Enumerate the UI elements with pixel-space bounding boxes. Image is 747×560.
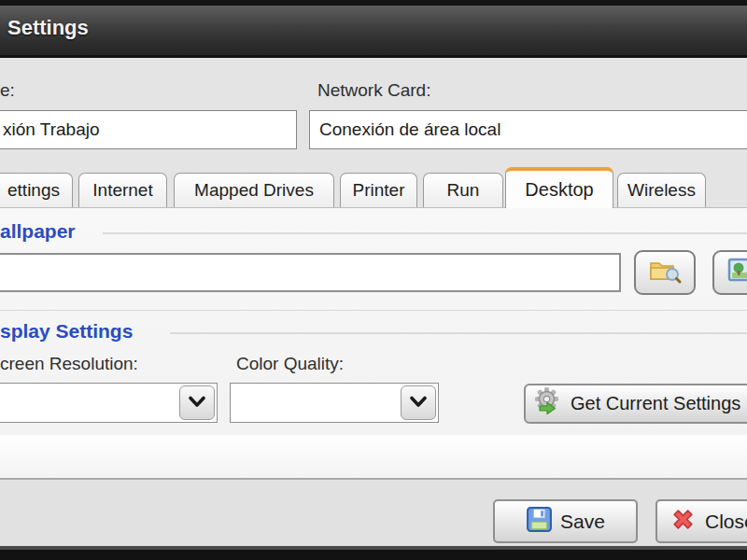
- wallpaper-group-line: [103, 232, 747, 234]
- title-bar: Settings: [0, 6, 747, 58]
- save-button[interactable]: Save: [493, 499, 638, 543]
- tab-desktop[interactable]: Desktop: [505, 167, 613, 208]
- color-quality-dropdown-button[interactable]: [401, 385, 436, 420]
- profile-name-label: e:: [0, 80, 15, 101]
- chevron-down-icon: [410, 395, 427, 412]
- page-lower-band: [0, 435, 747, 478]
- close-button[interactable]: Close: [655, 499, 747, 543]
- display-section-title: splay Settings: [0, 320, 133, 343]
- picture-icon: [727, 258, 747, 287]
- save-button-label: Save: [560, 511, 605, 533]
- settings-window: Settings e: Network Card: ettings Intern…: [0, 0, 747, 560]
- tab-mapped-drives[interactable]: Mapped Drives: [174, 173, 334, 207]
- tab-internet[interactable]: Internet: [78, 173, 167, 207]
- color-quality-select[interactable]: [230, 383, 439, 423]
- gear-refresh-icon: [533, 386, 563, 421]
- section-divider: [0, 310, 747, 311]
- get-current-settings-button[interactable]: Get Current Settings: [524, 384, 747, 424]
- chevron-down-icon: [189, 395, 205, 412]
- profile-name-input[interactable]: [0, 110, 297, 149]
- window-bottom-edge: [0, 550, 747, 560]
- screen-resolution-dropdown-button[interactable]: [179, 385, 215, 420]
- tab-run[interactable]: Run: [423, 173, 503, 207]
- tab-settings[interactable]: ettings: [0, 173, 73, 207]
- window-title: Settings: [7, 16, 89, 40]
- floppy-disk-icon: [526, 506, 553, 538]
- color-quality-label: Color Quality:: [236, 354, 344, 374]
- wallpaper-section-title: allpaper: [0, 220, 76, 243]
- get-current-settings-label: Get Current Settings: [571, 393, 740, 414]
- network-card-label: Network Card:: [317, 80, 430, 101]
- network-card-input[interactable]: [309, 110, 747, 149]
- tab-wireless[interactable]: Wireless: [617, 173, 706, 207]
- red-x-icon: [669, 505, 698, 539]
- close-button-label: Close: [705, 511, 747, 533]
- tab-printer[interactable]: Printer: [340, 173, 417, 207]
- screen-resolution-label: creen Resolution:: [0, 354, 138, 374]
- pick-image-button[interactable]: [712, 250, 747, 295]
- display-group-line: [170, 332, 747, 334]
- screen-resolution-select[interactable]: [0, 383, 218, 423]
- folder-search-icon: [648, 257, 682, 288]
- wallpaper-path-input[interactable]: [0, 253, 621, 292]
- browse-wallpaper-button[interactable]: [634, 250, 696, 295]
